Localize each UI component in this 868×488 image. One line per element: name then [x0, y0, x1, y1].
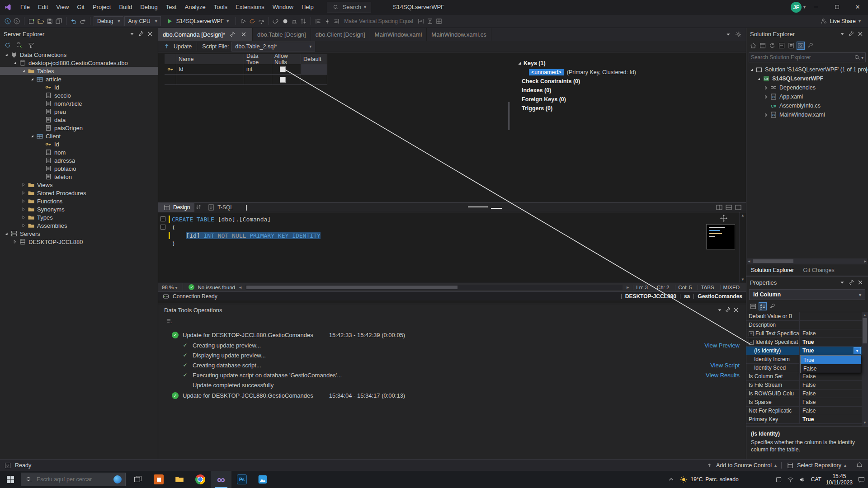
- chevron-expanded-icon[interactable]: [748, 67, 755, 73]
- tray-app-icon[interactable]: [775, 475, 783, 483]
- swap-panes-icon[interactable]: [194, 203, 203, 211]
- keyboard-language[interactable]: CAT: [811, 476, 821, 483]
- pin-icon[interactable]: [724, 306, 732, 314]
- maximize-button[interactable]: [826, 0, 847, 14]
- menu-test[interactable]: Test: [162, 0, 181, 14]
- solution-search-box[interactable]: ▾: [749, 52, 866, 62]
- property-row-is-identity[interactable]: (Is Identity)True▾: [746, 347, 868, 355]
- maximize-pane-icon[interactable]: [734, 203, 742, 211]
- fold-marker[interactable]: −: [160, 225, 165, 230]
- save-icon[interactable]: [46, 17, 54, 25]
- keys-item-foreign-keys-0[interactable]: Foreign Keys (0): [515, 95, 636, 104]
- doc-tab-mainwindow-xaml-cs[interactable]: MainWindow.xaml.cs: [427, 28, 491, 41]
- menu-view[interactable]: View: [52, 0, 73, 14]
- property-row-identity-specificat[interactable]: −Identity SpecificatTrue: [746, 338, 868, 347]
- tree-item-telefon[interactable]: telefon: [0, 173, 158, 181]
- chevron-down-icon[interactable]: [838, 30, 846, 38]
- property-row-primary-key[interactable]: Primary KeyTrue: [746, 415, 868, 424]
- split-horizontal-icon[interactable]: [725, 203, 733, 211]
- link-view-results[interactable]: View Results: [706, 372, 740, 379]
- tree-item-paisorigen[interactable]: paisOrigen: [0, 124, 158, 132]
- step-over-icon[interactable]: [257, 17, 265, 25]
- chevron-collapsed-icon[interactable]: [763, 85, 769, 91]
- chevron-collapsed-icon[interactable]: [20, 222, 27, 229]
- tree-item-article[interactable]: article: [0, 75, 158, 83]
- solution-item-dependencies[interactable]: Dependencies: [746, 83, 868, 92]
- home-icon[interactable]: [749, 42, 757, 50]
- menu-build[interactable]: Build: [115, 0, 136, 14]
- tree-item-client[interactable]: Client: [0, 132, 158, 140]
- property-row-full-text-specifica[interactable]: +Full Text SpecificaFalse: [746, 329, 868, 338]
- solution-item-solution-s14sqlserverwpf-1-of-1-project[interactable]: Solution 'S14SQLserverWPF' (1 of 1 proje…: [746, 65, 868, 74]
- solution-item-assemblyinfo-cs[interactable]: C#AssemblyInfo.cs: [746, 101, 868, 110]
- photoshop-icon[interactable]: Ps: [231, 471, 252, 488]
- chevron-collapsed-icon[interactable]: [20, 189, 27, 197]
- tree-item-data[interactable]: data: [0, 116, 158, 124]
- volume-icon[interactable]: [798, 475, 807, 483]
- menu-project[interactable]: Project: [89, 0, 115, 14]
- tree-item-desktop-jccl880-gestiocomandes-dbo[interactable]: desktop-jccl880.GestioComandes.dbo: [0, 59, 158, 67]
- doc-tab-dbo-table-design[interactable]: dbo.Table [Design]: [253, 28, 311, 41]
- select-repository-button[interactable]: Select Repository ▴: [782, 460, 851, 471]
- refresh-icon[interactable]: [4, 41, 12, 49]
- categorized-icon[interactable]: [749, 302, 757, 310]
- tree-item-servers[interactable]: Servers: [0, 230, 158, 238]
- properties-object-dropdown[interactable]: Id Column ▾: [749, 289, 865, 300]
- close-icon[interactable]: [732, 306, 740, 314]
- property-row-is-rowguid-colu[interactable]: Is ROWGUID ColuFalse: [746, 389, 868, 398]
- attach-icon[interactable]: [272, 17, 280, 25]
- alphabetical-icon[interactable]: AZ: [759, 302, 767, 310]
- cell-data-type[interactable]: [244, 75, 272, 85]
- operations-list-icon[interactable]: [165, 317, 174, 325]
- sync-active-icon[interactable]: [768, 42, 776, 50]
- column-header-default[interactable]: Default: [301, 54, 327, 64]
- start-button[interactable]: [0, 471, 21, 488]
- file-explorer-icon[interactable]: [169, 471, 190, 488]
- menu-window[interactable]: Window: [269, 0, 297, 14]
- collapse-all-icon[interactable]: [778, 42, 786, 50]
- chevron-collapsed-icon[interactable]: [11, 238, 19, 245]
- panel-tab-solution-explorer[interactable]: Solution Explorer: [746, 264, 798, 276]
- value-dropdown-button[interactable]: ▾: [854, 347, 861, 354]
- close-icon[interactable]: [856, 30, 864, 38]
- editor-horizontal-scrollbar[interactable]: [245, 285, 623, 290]
- chevron-down-icon[interactable]: [724, 30, 732, 38]
- chevron-collapsed-icon[interactable]: [20, 206, 27, 213]
- chevron-collapsed-icon[interactable]: [763, 112, 769, 118]
- tree-item-desktop-jccl880[interactable]: DESKTOP-JCCL880: [0, 238, 158, 246]
- weather-widget[interactable]: 19°C Parc. soleado: [680, 475, 739, 483]
- editor-vertical-scrollbar[interactable]: ▲▼: [739, 212, 746, 282]
- back-icon[interactable]: [4, 17, 12, 25]
- dropdown-option-false[interactable]: False: [801, 364, 861, 373]
- keys-item-keys-1[interactable]: Keys (1): [515, 59, 636, 68]
- redo-icon[interactable]: [79, 17, 87, 25]
- close-icon[interactable]: [856, 278, 864, 286]
- cell-default[interactable]: [301, 64, 327, 75]
- menu-extensions[interactable]: Extensions: [231, 0, 269, 14]
- tree-item-data-connections[interactable]: Data Connections: [0, 51, 158, 59]
- code-minimap[interactable]: [706, 224, 735, 249]
- switch-views-icon[interactable]: [759, 42, 767, 50]
- search-box[interactable]: Search ▾: [327, 2, 371, 13]
- menu-edit[interactable]: Edit: [34, 0, 52, 14]
- undo-icon[interactable]: [70, 17, 78, 25]
- photos-app-icon[interactable]: [252, 471, 273, 488]
- menu-analyze[interactable]: Analyze: [180, 0, 209, 14]
- chevron-expanded-icon[interactable]: [3, 230, 10, 237]
- tree-item-preu[interactable]: preu: [0, 108, 158, 116]
- taskbar-search-box[interactable]: [21, 473, 126, 486]
- chevron-down-icon[interactable]: [838, 278, 846, 286]
- chevron-collapsed-icon[interactable]: [20, 214, 27, 221]
- dropdown-option-true[interactable]: True: [801, 356, 861, 364]
- tree-item-assemblies[interactable]: Assemblies: [0, 221, 158, 230]
- grid-row[interactable]: [165, 75, 327, 85]
- gear-icon[interactable]: [734, 30, 742, 38]
- chevron-down-icon[interactable]: [128, 30, 136, 38]
- network-icon[interactable]: [787, 475, 795, 483]
- tree-item-views[interactable]: Views: [0, 181, 158, 189]
- chevron-collapsed-icon[interactable]: [20, 197, 27, 205]
- close-icon[interactable]: [240, 30, 248, 38]
- grid-row[interactable]: Idint: [165, 64, 327, 75]
- chevron-down-icon[interactable]: ▾: [861, 55, 863, 60]
- save-all-icon[interactable]: [55, 17, 63, 25]
